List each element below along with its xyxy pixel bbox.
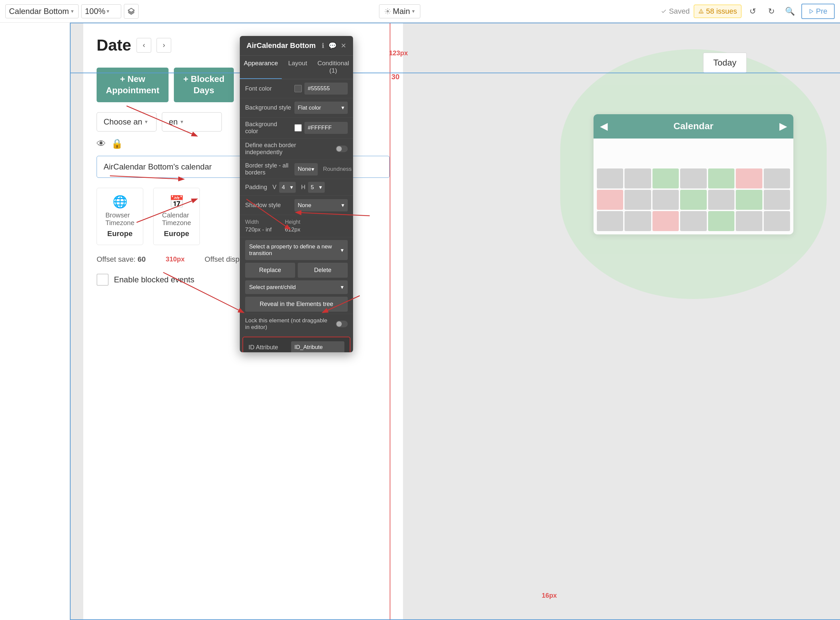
font-color-input[interactable]: #555555 <box>304 83 348 95</box>
delete-button[interactable]: Delete <box>298 263 348 278</box>
padding-v-label: V <box>272 184 277 191</box>
transition-select[interactable]: Select a property to define a new transi… <box>245 240 348 260</box>
cal-cell <box>764 169 790 188</box>
panel-tabs: Appearance Layout Conditional (1) <box>240 56 353 79</box>
height-item: Height 612px <box>285 219 300 233</box>
search-button[interactable]: 🔍 <box>783 4 797 19</box>
background-color-input[interactable]: #FFFFFF <box>304 122 348 134</box>
choose-an-dropdown[interactable]: Choose an ▾ <box>96 112 157 131</box>
svg-line-5 <box>389 13 390 13</box>
date-title: Date <box>96 36 131 54</box>
lock-icon[interactable]: 🔒 <box>111 138 123 149</box>
define-border-toggle[interactable] <box>336 146 348 152</box>
cal-cell <box>597 211 623 231</box>
roundness-label: Roundness <box>323 166 352 173</box>
replace-button[interactable]: Replace <box>245 263 295 278</box>
cal-cell <box>764 190 790 210</box>
define-border-label: Define each border independently <box>245 142 333 156</box>
background-style-select[interactable]: Flat color ▾ <box>294 102 348 114</box>
cal-cell <box>708 169 735 188</box>
cal-cell <box>652 190 679 210</box>
parent-child-select[interactable]: Select parent/child ▾ <box>245 280 348 294</box>
main-label: Main <box>393 7 410 16</box>
cal-cell <box>708 211 735 231</box>
lang-dropdown[interactable]: en ▾ <box>162 112 222 131</box>
shadow-chevron: ▾ <box>342 202 345 209</box>
dim-row: Width 720px - inf Height 612px <box>245 219 348 233</box>
cal-cell <box>680 190 706 210</box>
width-value: 720px - inf <box>245 226 271 233</box>
layers-button[interactable] <box>124 4 138 19</box>
issues-label: 58 issues <box>706 7 737 16</box>
close-icon[interactable]: ✕ <box>341 42 346 50</box>
panel-header: AirCalendar Bottom ℹ 💬 ✕ <box>240 36 353 56</box>
cal-cell <box>597 190 623 210</box>
padding-h-label: H <box>301 184 306 191</box>
lock-toggle[interactable] <box>336 321 348 327</box>
calendar-tz-label: CalendarTimezone <box>162 211 191 227</box>
main-chevron: ▾ <box>412 8 415 14</box>
ruler-v-line <box>390 23 390 620</box>
background-style-chevron: ▾ <box>342 104 345 111</box>
calendar-icon: 📅 <box>169 195 184 209</box>
today-button[interactable]: Today <box>703 53 747 73</box>
canvas-left-ruler <box>70 23 71 620</box>
shadow-style-select[interactable]: None ▾ <box>294 199 348 211</box>
panel-header-icons: ℹ 💬 ✕ <box>322 42 346 50</box>
cal-title: Calendar <box>673 121 714 131</box>
dimensions-section: Width 720px - inf Height 612px <box>240 215 353 238</box>
background-color-swatch[interactable] <box>294 124 302 131</box>
padding-row: Padding V 4 ▾ H 5 ▾ <box>240 179 353 196</box>
tab-appearance[interactable]: Appearance <box>240 56 282 79</box>
preview-button[interactable]: Pre <box>801 4 835 19</box>
background-color-label: Background color <box>245 121 292 135</box>
comment-icon[interactable]: 💬 <box>328 42 337 50</box>
issues-button[interactable]: 58 issues <box>694 5 741 18</box>
canvas-area: ◀ Calendar ▶ <box>70 23 840 620</box>
component-selector-chevron: ▾ <box>71 8 74 14</box>
lock-toggle-dot <box>336 321 342 327</box>
padding-h-input[interactable]: 5 ▾ <box>308 182 325 193</box>
ruler-310px: 310px <box>166 255 185 263</box>
visibility-icon[interactable]: 👁 <box>96 138 106 149</box>
undo-button[interactable]: ↺ <box>745 4 760 19</box>
tab-conditional[interactable]: Conditional (1) <box>313 56 353 79</box>
zoom-selector[interactable]: 100% ▾ <box>81 5 121 18</box>
panel-body: Font color #555555 Background style Flat… <box>240 79 353 352</box>
today-label: Today <box>714 57 736 68</box>
info-icon[interactable]: ℹ <box>322 42 324 50</box>
width-item: Width 720px - inf <box>245 219 271 233</box>
enable-blocked-checkbox[interactable] <box>96 274 108 286</box>
cal-cell <box>625 190 651 210</box>
offset-save: Offset save: 60 <box>96 255 146 264</box>
define-border-row: Define each border independently <box>240 138 353 160</box>
main-selector[interactable]: Main ▾ <box>379 5 420 18</box>
next-arrow-button[interactable]: › <box>157 38 171 53</box>
prev-arrow-button[interactable]: ‹ <box>137 38 151 53</box>
svg-line-9 <box>389 9 390 10</box>
tab-layout[interactable]: Layout <box>282 56 313 79</box>
redo-button[interactable]: ↻ <box>764 4 779 19</box>
component-selector[interactable]: Calendar Bottom ▾ <box>5 5 78 18</box>
enable-blocked-label: Enable blocked events <box>114 275 194 284</box>
globe-icon: 🌐 <box>113 195 128 209</box>
padding-v-chevron: ▾ <box>290 184 293 191</box>
height-value: 612px <box>285 226 300 233</box>
lang-label: en <box>169 117 178 126</box>
zoom-chevron: ▾ <box>107 8 109 14</box>
ruler-h-line <box>70 72 840 73</box>
preview-label: Pre <box>816 7 827 16</box>
offset-save-value: 60 <box>137 255 146 263</box>
padding-v-input[interactable]: 4 ▾ <box>279 182 296 193</box>
choose-an-chevron: ▾ <box>145 119 148 125</box>
browser-tz-item: 🌐 BrowserTimezone Europe <box>96 188 143 245</box>
border-style-select[interactable]: None ▾ <box>294 163 318 176</box>
font-color-swatch[interactable] <box>294 85 302 92</box>
id-attribute-input[interactable]: ID_Atribute <box>291 341 345 352</box>
choose-an-label: Choose an <box>104 117 142 126</box>
properties-panel: AirCalendar Bottom ℹ 💬 ✕ Appearance Layo… <box>240 36 353 352</box>
saved-indicator: Saved <box>661 7 689 16</box>
reveal-button[interactable]: Reveal in the Elements tree <box>245 297 348 312</box>
cal-cell <box>736 211 762 231</box>
cal-cell <box>652 211 679 231</box>
